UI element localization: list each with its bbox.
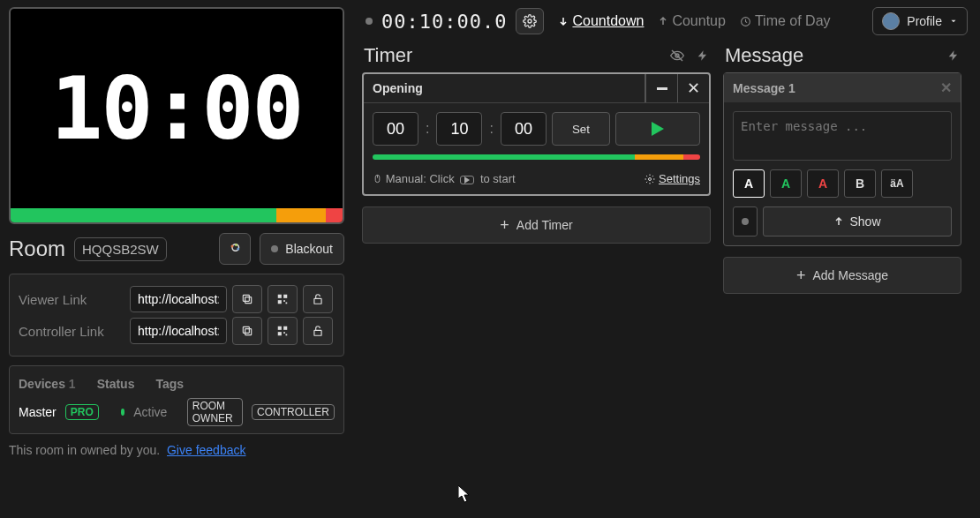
room-label: Room <box>9 236 65 261</box>
timer-hours-input[interactable]: 00 <box>373 112 418 146</box>
close-timer-button[interactable]: ✕ <box>677 74 709 102</box>
color-red-button[interactable]: A <box>807 169 839 198</box>
qr-controller-link-button[interactable] <box>268 317 298 345</box>
copy-icon <box>241 293 253 305</box>
big-timer-value: 10:00 <box>11 9 343 208</box>
arrow-down-icon <box>558 16 569 26</box>
qr-viewer-link-button[interactable] <box>268 285 298 313</box>
set-button[interactable]: Set <box>552 112 610 146</box>
mode-countdown[interactable]: Countdown <box>558 13 644 29</box>
controller-link-label: Controller Link <box>19 324 124 339</box>
eye-off-icon[interactable] <box>668 49 686 63</box>
bolt-icon[interactable] <box>697 49 709 63</box>
add-message-button[interactable]: + Add Message <box>723 257 961 294</box>
svg-rect-17 <box>283 332 285 334</box>
message-name[interactable]: Message 1 <box>733 81 795 95</box>
lock-controller-link-button[interactable] <box>303 317 333 345</box>
message-status-indicator <box>733 206 758 236</box>
timer-name[interactable]: Opening <box>364 74 645 102</box>
svg-rect-7 <box>283 295 287 298</box>
top-time-value: 00:10:00.0 <box>381 11 507 33</box>
give-feedback-link[interactable]: Give feedback <box>167 443 246 457</box>
svg-rect-19 <box>314 330 321 335</box>
svg-rect-6 <box>278 295 282 298</box>
timer-section-title: Timer <box>364 44 412 67</box>
svg-point-3 <box>237 248 240 251</box>
show-message-button[interactable]: Show <box>763 206 952 236</box>
svg-rect-14 <box>278 327 282 330</box>
color-white-button[interactable]: A <box>733 169 765 198</box>
timer-minutes-input[interactable]: 10 <box>436 112 482 146</box>
close-message-button[interactable]: ✕ <box>940 79 952 96</box>
tag-room-owner: ROOM OWNER <box>187 398 243 426</box>
mode-timeofday[interactable]: Time of Day <box>740 13 831 29</box>
settings-button[interactable] <box>516 8 544 34</box>
links-panel: Viewer Link Controller Link <box>9 274 344 357</box>
svg-rect-10 <box>286 303 288 304</box>
clock-icon <box>740 16 751 27</box>
avatar <box>882 12 900 30</box>
device-status: Active <box>133 405 167 419</box>
svg-point-1 <box>231 245 234 248</box>
gear-icon <box>645 174 655 184</box>
message-textarea[interactable] <box>733 111 952 161</box>
timer-seconds-input[interactable]: 00 <box>501 112 547 146</box>
add-timer-button[interactable]: + Add Timer <box>362 206 711 244</box>
gear-icon <box>523 14 537 28</box>
chevron-down-icon <box>949 17 958 26</box>
blackout-label: Blackout <box>285 242 333 256</box>
svg-rect-9 <box>283 300 285 302</box>
svg-point-26 <box>649 177 652 180</box>
timer-settings-link[interactable]: Settings <box>645 172 700 185</box>
copy-viewer-link-button[interactable] <box>232 285 262 313</box>
lock-viewer-link-button[interactable] <box>303 285 333 313</box>
svg-rect-5 <box>243 295 249 301</box>
qr-icon <box>276 325 289 337</box>
viewer-link-label: Viewer Link <box>19 292 124 307</box>
big-timer-progress <box>11 208 343 222</box>
profile-label: Profile <box>907 14 942 28</box>
svg-rect-15 <box>283 327 287 330</box>
blackout-button[interactable]: Blackout <box>260 233 344 265</box>
controller-link-input[interactable] <box>130 318 227 344</box>
svg-point-2 <box>235 244 237 246</box>
color-green-button[interactable]: A <box>770 169 802 198</box>
svg-rect-8 <box>278 300 282 304</box>
status-dot <box>121 409 125 416</box>
devices-header: Devices <box>19 377 65 391</box>
svg-rect-4 <box>245 297 252 304</box>
arrow-up-icon <box>658 16 668 26</box>
arrow-up-icon <box>833 216 844 227</box>
device-name: Master <box>19 405 57 419</box>
pro-badge: PRO <box>65 404 99 420</box>
bold-button[interactable]: B <box>844 169 876 198</box>
minimize-timer-button[interactable] <box>645 74 677 102</box>
tag-controller: CONTROLLER <box>252 404 335 420</box>
theme-button[interactable] <box>219 233 251 265</box>
message-section-title: Message <box>725 44 803 67</box>
unlock-icon <box>312 293 324 305</box>
copy-icon <box>241 325 253 337</box>
svg-rect-13 <box>243 327 249 333</box>
mode-countup[interactable]: Countup <box>658 13 726 29</box>
device-row: Master PRO Active ROOM OWNER CONTROLLER <box>19 398 335 426</box>
devices-panel: Devices 1 Status Tags Master PRO Active … <box>9 365 344 434</box>
svg-rect-11 <box>314 298 321 304</box>
bolt-icon[interactable] <box>947 49 960 63</box>
blackout-status-dot <box>271 245 278 252</box>
profile-dropdown[interactable]: Profile <box>872 7 968 35</box>
unlock-icon <box>312 325 324 337</box>
timer-hint: Manual: Click to start <box>373 172 516 185</box>
message-card: Message 1 ✕ A A A B äA <box>723 72 961 246</box>
caps-button[interactable]: äA <box>881 169 913 198</box>
big-timer-display: 10:00 <box>9 7 344 224</box>
copy-controller-link-button[interactable] <box>232 317 262 345</box>
svg-rect-18 <box>286 334 288 336</box>
timer-card: Opening ✕ 00 : 10 : 00 Set <box>362 72 711 196</box>
room-footnote: This room in owned by you. Give feedback <box>9 443 344 457</box>
play-button[interactable] <box>615 112 700 146</box>
svg-point-20 <box>528 19 531 23</box>
room-code[interactable]: HQQSB2SW <box>74 237 167 261</box>
play-icon <box>652 122 664 136</box>
viewer-link-input[interactable] <box>130 286 227 312</box>
